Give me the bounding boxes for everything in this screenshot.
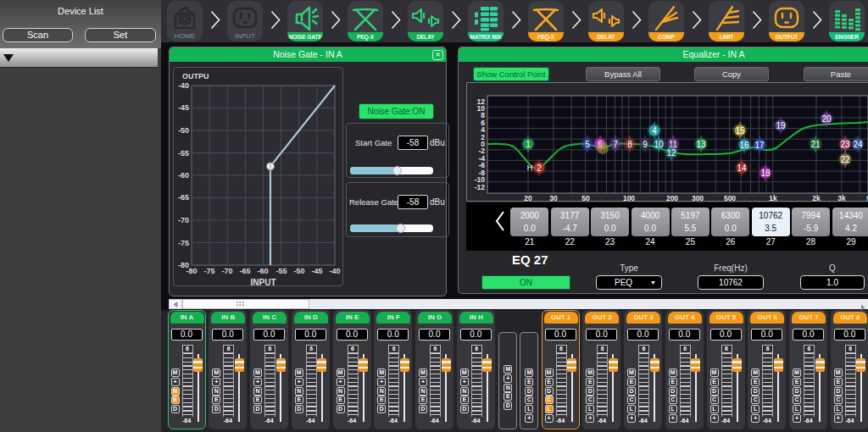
svg-text:21: 21 bbox=[810, 140, 821, 149]
svg-text:18: 18 bbox=[760, 169, 771, 178]
svg-text:17: 17 bbox=[754, 141, 765, 150]
svg-text:12: 12 bbox=[477, 97, 486, 106]
svg-text:12: 12 bbox=[666, 148, 676, 158]
svg-text:500: 500 bbox=[724, 194, 736, 202]
svg-text:300: 300 bbox=[692, 194, 704, 202]
svg-text:14: 14 bbox=[737, 163, 747, 173]
svg-text:5: 5 bbox=[585, 140, 590, 149]
svg-text:8: 8 bbox=[627, 140, 632, 149]
svg-text:16: 16 bbox=[739, 141, 749, 150]
svg-text:50: 50 bbox=[581, 194, 590, 202]
svg-text:9: 9 bbox=[643, 140, 648, 149]
svg-text:24: 24 bbox=[853, 140, 863, 149]
svg-text:20: 20 bbox=[821, 114, 832, 124]
svg-text:2: 2 bbox=[537, 163, 542, 173]
svg-text:1k: 1k bbox=[769, 194, 777, 202]
svg-text:19: 19 bbox=[776, 121, 786, 130]
svg-text:7: 7 bbox=[613, 140, 618, 149]
svg-text:3k: 3k bbox=[837, 194, 846, 202]
svg-text:2k: 2k bbox=[812, 194, 821, 202]
svg-text:13: 13 bbox=[696, 140, 706, 149]
svg-text:15: 15 bbox=[735, 126, 745, 136]
svg-text:100: 100 bbox=[623, 194, 635, 202]
svg-text:200: 200 bbox=[666, 194, 678, 202]
svg-text:10: 10 bbox=[654, 140, 664, 149]
svg-text:23: 23 bbox=[840, 140, 850, 149]
svg-text:22: 22 bbox=[840, 155, 850, 164]
svg-text:4: 4 bbox=[652, 126, 657, 136]
svg-text:20: 20 bbox=[524, 194, 532, 202]
svg-text:30: 30 bbox=[549, 194, 558, 202]
svg-text:1: 1 bbox=[526, 140, 531, 149]
svg-text:H: H bbox=[527, 163, 533, 172]
